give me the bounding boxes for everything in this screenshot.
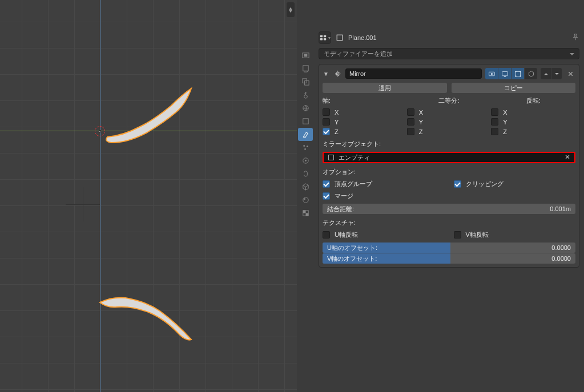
svg-point-15 — [304, 198, 305, 200]
display-render-toggle[interactable] — [485, 68, 498, 79]
clear-mirror-object-button[interactable] — [564, 153, 571, 161]
svg-rect-27 — [504, 76, 505, 76]
svg-point-5 — [304, 95, 307, 99]
move-down-button[interactable] — [551, 68, 562, 79]
svg-rect-17 — [303, 211, 305, 213]
svg-point-13 — [305, 160, 307, 161]
flip-y-checkbox[interactable]: Y — [491, 118, 575, 126]
tab-modifiers[interactable] — [298, 128, 313, 141]
object-icon — [336, 34, 344, 42]
flip-u-checkbox[interactable]: U軸反転 — [323, 231, 445, 239]
svg-rect-2 — [303, 66, 308, 71]
move-up-button[interactable] — [541, 68, 551, 79]
svg-point-25 — [490, 72, 492, 74]
options-label: オプション: — [323, 168, 575, 176]
add-modifier-dropdown[interactable]: モディファイアーを追加 — [319, 48, 579, 59]
tab-material[interactable] — [298, 193, 313, 207]
mesh-object[interactable] — [0, 0, 297, 392]
svg-rect-7 — [303, 119, 308, 124]
svg-rect-22 — [324, 38, 326, 41]
axis-label: 軸: — [323, 96, 407, 105]
svg-rect-19 — [320, 35, 323, 38]
tab-physics[interactable] — [298, 154, 313, 167]
modifier-display-toggles — [485, 68, 537, 79]
svg-point-32 — [519, 75, 521, 76]
vertex-groups-checkbox[interactable]: 頂点グループ — [323, 180, 445, 188]
tab-constraints[interactable] — [298, 167, 313, 180]
tab-mesh-data[interactable] — [298, 180, 313, 193]
mirror-object-label: ミラーオブジェクト: — [323, 140, 575, 148]
mirror-object-field[interactable]: エンプティ — [323, 152, 575, 163]
offset-v-field[interactable]: V軸のオフセット: 0.0000 — [323, 253, 575, 264]
axis-x-checkbox[interactable]: X — [323, 108, 407, 116]
nav-icon — [287, 6, 295, 14]
mirror-modifier-icon — [333, 69, 342, 78]
bisect-y-checkbox[interactable]: Y — [407, 118, 492, 126]
mirror-object-value: エンプティ — [339, 153, 370, 162]
collapse-toggle[interactable]: ▼ — [323, 71, 329, 77]
offset-v-value: 0.0000 — [450, 253, 575, 264]
axis-z-checkbox[interactable]: Z — [323, 128, 407, 135]
offset-u-value: 0.0000 — [450, 243, 575, 253]
tab-scene[interactable] — [298, 88, 313, 102]
textures-label: テクスチャ: — [323, 219, 575, 227]
offset-u-field[interactable]: U軸のオフセット: 0.0000 — [323, 243, 575, 253]
modifier-panel-mirror: ▼ 適用 コピー — [319, 64, 579, 268]
modifier-name-input[interactable] — [345, 68, 482, 79]
viewport-3d[interactable] — [0, 0, 297, 392]
offset-u-label: U軸のオフセット: — [323, 243, 450, 253]
axis-y-checkbox[interactable]: Y — [323, 118, 407, 126]
remove-modifier-button[interactable] — [565, 68, 575, 79]
properties-tabs — [297, 0, 314, 392]
copy-button[interactable]: コピー — [452, 83, 576, 93]
svg-point-8 — [303, 136, 304, 138]
apply-button[interactable]: 適用 — [323, 83, 447, 93]
flip-x-checkbox[interactable]: X — [491, 108, 575, 116]
svg-rect-1 — [304, 54, 307, 57]
svg-point-14 — [303, 197, 308, 203]
tab-texture[interactable] — [298, 207, 313, 220]
svg-rect-20 — [324, 35, 326, 38]
bisect-label: 二等分: — [407, 96, 492, 105]
display-edit-toggle[interactable] — [511, 68, 524, 79]
flip-v-checkbox[interactable]: V軸反転 — [454, 231, 576, 239]
cursor-3d — [94, 125, 106, 138]
svg-point-31 — [515, 75, 516, 76]
bisect-x-checkbox[interactable]: X — [407, 108, 492, 116]
svg-rect-23 — [337, 35, 343, 41]
pin-icon[interactable] — [571, 33, 579, 42]
tab-view-layer[interactable] — [298, 75, 313, 88]
merge-distance-field[interactable]: 結合距離: 0.001m — [323, 204, 575, 214]
display-cage-toggle[interactable] — [525, 68, 537, 79]
flip-z-checkbox[interactable]: Z — [491, 128, 575, 135]
tab-object[interactable] — [298, 115, 313, 128]
offset-v-label: V軸のオフセット: — [323, 253, 450, 264]
tab-output[interactable] — [298, 62, 313, 75]
svg-point-29 — [515, 71, 516, 72]
svg-point-9 — [303, 145, 305, 147]
svg-rect-33 — [329, 155, 334, 160]
bisect-z-checkbox[interactable]: Z — [407, 128, 492, 135]
merge-distance-value: 0.001m — [550, 205, 571, 212]
breadcrumb: ▾ Plane.001 — [314, 27, 584, 48]
svg-rect-28 — [515, 71, 520, 76]
svg-rect-21 — [320, 38, 323, 41]
svg-rect-18 — [305, 213, 308, 216]
merge-distance-label: 結合距離: — [327, 205, 354, 213]
object-name: Plane.001 — [348, 34, 377, 41]
svg-rect-26 — [502, 71, 508, 75]
properties-header-empty — [314, 0, 584, 27]
tab-particles[interactable] — [298, 141, 313, 154]
svg-point-10 — [306, 146, 308, 147]
clipping-checkbox[interactable]: クリッピング — [454, 180, 576, 188]
viewport-nav-gizmo[interactable] — [287, 2, 295, 17]
add-modifier-label: モディファイアーを追加 — [324, 50, 393, 58]
tab-render[interactable] — [298, 49, 313, 62]
svg-point-30 — [519, 71, 521, 72]
editor-type-selector[interactable]: ▾ — [319, 31, 331, 44]
display-viewport-toggle[interactable] — [498, 68, 511, 79]
object-data-icon — [327, 153, 335, 161]
svg-point-11 — [304, 148, 306, 150]
merge-checkbox[interactable]: マージ — [323, 192, 575, 200]
tab-world[interactable] — [298, 102, 313, 115]
